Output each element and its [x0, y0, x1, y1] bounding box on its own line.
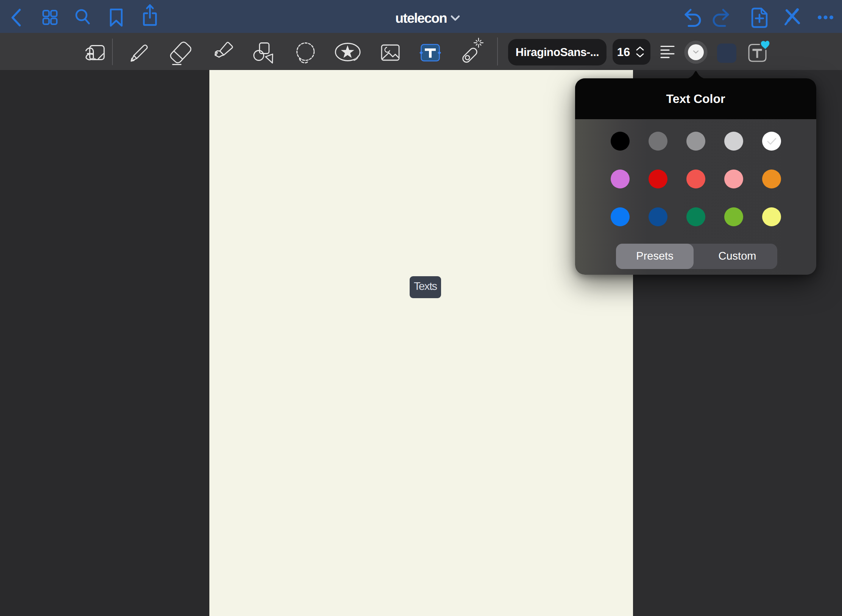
svg-text:16: 16	[617, 45, 630, 59]
svg-text:HiraginoSans-...: HiraginoSans-...	[516, 46, 599, 59]
